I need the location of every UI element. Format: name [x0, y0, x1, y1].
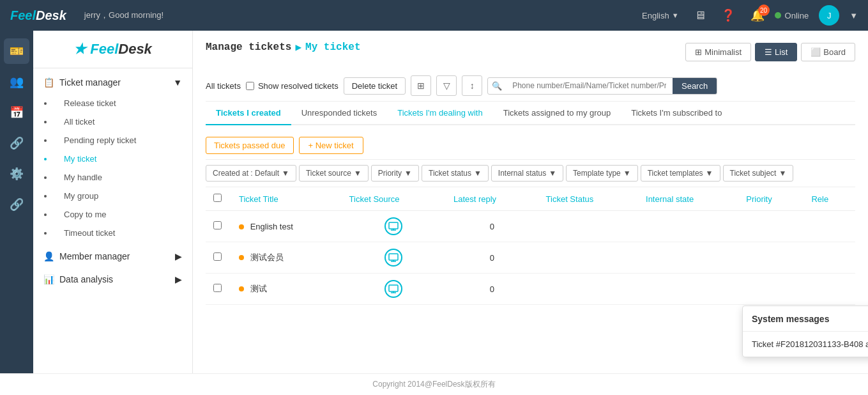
sidebar-item-timeout-ticket[interactable]: Timeout ticket	[54, 224, 192, 242]
col-priority: Priority	[738, 187, 803, 211]
view-list-button[interactable]: ☰ List	[755, 43, 797, 61]
sidebar-item-release-ticket[interactable]: Release ticket	[54, 94, 192, 112]
sidebar-icon-settings[interactable]: ⚙️	[4, 161, 29, 187]
tab-unresponded-tickets[interactable]: Unresponded tickets	[291, 102, 388, 125]
filter-created-at[interactable]: Created at : Default ▼	[206, 165, 296, 182]
search-button[interactable]: Search	[673, 78, 717, 94]
nav-sidebar: ★ FeelDesk 📋 Ticket manager ▼ Release ti…	[33, 31, 193, 373]
priority-cell-1	[738, 211, 803, 242]
breadcrumb-root: Manage tickets	[206, 42, 291, 53]
col-ticket-title: Ticket Title	[231, 187, 342, 211]
new-ticket-button[interactable]: + New ticket	[299, 137, 363, 154]
ticket-title-3[interactable]: 测试	[231, 274, 342, 305]
sidebar-item-my-ticket[interactable]: My ticket	[54, 150, 192, 168]
breadcrumb-arrow-icon: ▶	[295, 41, 301, 54]
ticket-status-dot-3	[239, 286, 244, 291]
col-internal-state: Internal state	[638, 187, 738, 211]
status-dot-icon	[775, 12, 781, 19]
add-filter-icon[interactable]: ⊞	[411, 75, 431, 96]
row-checkbox-1[interactable]	[213, 221, 222, 229]
filter-ticket-subject[interactable]: Ticket subject ▼	[723, 165, 794, 182]
board-icon: ⬜	[811, 47, 821, 57]
avatar-chevron-icon[interactable]: ▼	[849, 11, 858, 20]
ticket-manager-icon: 📋	[43, 77, 54, 88]
user-avatar[interactable]: J	[819, 5, 839, 26]
sidebar-item-copy-to-me[interactable]: Copy to me	[54, 205, 192, 224]
filter-ticket-source[interactable]: Ticket source ▼	[299, 165, 369, 182]
sidebar-item-ticket-manager[interactable]: 📋 Ticket manager ▼	[33, 71, 192, 94]
search-icon: 🔍	[488, 81, 506, 91]
ticket-subject-chevron-icon: ▼	[779, 169, 786, 178]
svg-rect-6	[389, 285, 398, 291]
sidebar-item-pending-reply[interactable]: Pending reply ticket	[54, 131, 192, 150]
select-all-checkbox[interactable]	[213, 194, 222, 202]
sidebar-icon-tickets[interactable]: 🎫	[4, 38, 29, 64]
filter-funnel-icon[interactable]: ▽	[436, 75, 457, 96]
ticket-status-dot-1	[239, 224, 244, 229]
language-selector[interactable]: English ▼	[642, 11, 679, 20]
show-resolved-checkbox[interactable]	[246, 82, 254, 90]
delete-ticket-button[interactable]: Delete ticket	[344, 77, 406, 95]
sidebar-item-my-handle[interactable]: My handle	[54, 168, 192, 187]
filter-internal-status[interactable]: Internal status ▼	[491, 165, 563, 182]
ticket-source-chevron-icon: ▼	[354, 169, 362, 178]
tab-tickets-i-created[interactable]: Tickets I created	[206, 102, 291, 125]
ticket-title-1[interactable]: English test	[231, 211, 342, 242]
search-input[interactable]	[506, 78, 673, 93]
ticket-status-cell-2	[538, 242, 638, 274]
sort-icon[interactable]: ↕	[462, 75, 482, 96]
view-board-button[interactable]: ⬜ Board	[801, 43, 855, 61]
sidebar-icon-crm[interactable]: 👥	[4, 69, 29, 95]
sidebar-item-my-group[interactable]: My group	[54, 187, 192, 205]
sub-filter-row: Tickets passed due + New ticket	[206, 132, 855, 160]
filter-priority[interactable]: Priority ▼	[371, 165, 419, 182]
top-navigation: FeelDesk jerry，Good morning! English ▼ 🖥…	[0, 0, 868, 31]
sidebar-icon-chain[interactable]: 🔗	[4, 192, 29, 217]
notification-body: Ticket #F201812031133-B408 assignment Vi…	[743, 332, 868, 357]
breadcrumb-current: My ticket	[305, 42, 360, 53]
online-status[interactable]: Online	[775, 11, 809, 20]
filter-template-type[interactable]: Template type ▼	[566, 165, 638, 182]
priority-cell-2	[738, 242, 803, 274]
notification-popup: System messages ✕ Ticket #F201812031133-…	[742, 306, 868, 357]
ticket-manager-sub-items: Release ticket All ticket Pending reply …	[33, 94, 192, 242]
row-checkbox-3[interactable]	[213, 284, 222, 292]
monitor-icon[interactable]: 🖥	[694, 9, 706, 22]
tickets-passed-due-badge[interactable]: Tickets passed due	[206, 137, 294, 154]
filter-ticket-status[interactable]: Ticket status ▼	[422, 165, 489, 182]
notification-header: System messages ✕	[743, 306, 868, 332]
filter-ticket-templates[interactable]: Ticket templates ▼	[641, 165, 720, 182]
tab-tickets-im-dealing-with[interactable]: Tickets I'm dealing with	[387, 102, 493, 125]
notification-bell[interactable]: 🔔 20	[750, 8, 765, 22]
col-relevance: Rele	[803, 187, 855, 211]
priority-cell-3	[738, 274, 803, 305]
ticket-manager-chevron-icon: ▼	[173, 77, 182, 88]
minimalist-icon: ⊞	[695, 47, 702, 57]
priority-chevron-icon: ▼	[404, 169, 412, 178]
internal-status-chevron-icon: ▼	[549, 169, 556, 178]
help-icon[interactable]: ❓	[721, 8, 735, 22]
row-checkbox-2[interactable]	[213, 252, 222, 261]
sidebar-logo: ★ FeelDesk	[33, 31, 192, 68]
source-icon-1	[385, 217, 402, 235]
view-toggle: ⊞ Minimalist ☰ List ⬜ Board	[685, 43, 855, 61]
view-minimalist-button[interactable]: ⊞ Minimalist	[685, 43, 751, 61]
template-type-chevron-icon: ▼	[623, 169, 631, 178]
relevance-cell-3	[803, 274, 855, 305]
sidebar-icon-calendar[interactable]: 📅	[4, 100, 29, 125]
all-tickets-label: All tickets	[206, 81, 241, 91]
tab-tickets-im-subscribed-to[interactable]: Tickets I'm subscribed to	[621, 102, 732, 125]
sidebar-icon-network[interactable]: 🔗	[4, 130, 29, 156]
sidebar-item-all-ticket[interactable]: All ticket	[54, 112, 192, 131]
member-manager-icon: 👤	[43, 251, 54, 261]
footer-text: Copyright 2014@FeelDesk版权所有	[372, 380, 495, 389]
top-bar: Manage tickets ▶ My ticket ⊞ Minimalist …	[206, 41, 855, 63]
ticket-title-2[interactable]: 测试会员	[231, 242, 342, 274]
sidebar-item-data-analysis[interactable]: 📊 Data analysis ▶	[33, 268, 192, 291]
data-analysis-icon: 📊	[43, 274, 54, 284]
tab-tickets-assigned-to-group[interactable]: Tickets assigned to my group	[493, 102, 621, 125]
member-manager-label: Member manager	[59, 251, 130, 261]
col-ticket-source: Ticket Source	[342, 187, 446, 211]
search-box: 🔍 Search	[487, 77, 717, 95]
sidebar-item-member-manager[interactable]: 👤 Member manager ▶	[33, 245, 192, 268]
